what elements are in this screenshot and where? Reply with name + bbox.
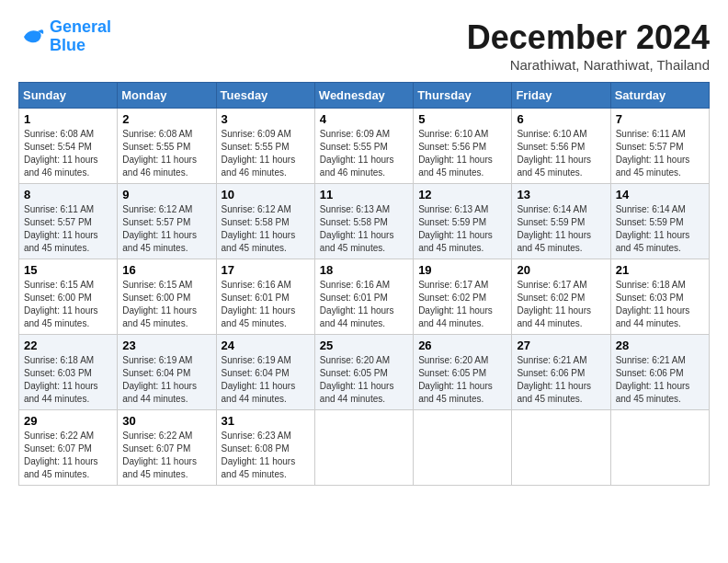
day-cell-23: 23 Sunrise: 6:19 AM Sunset: 6:04 PM Dayl… xyxy=(118,335,216,410)
week-row-4: 22 Sunrise: 6:18 AM Sunset: 6:03 PM Dayl… xyxy=(19,335,710,410)
day-number: 6 xyxy=(517,112,605,126)
day-info: Sunrise: 6:20 AM Sunset: 6:05 PM Dayligh… xyxy=(418,354,506,406)
day-info: Sunrise: 6:19 AM Sunset: 6:04 PM Dayligh… xyxy=(222,354,310,406)
day-info: Sunrise: 6:18 AM Sunset: 6:03 PM Dayligh… xyxy=(616,279,704,330)
day-cell-2: 2 Sunrise: 6:08 AM Sunset: 5:55 PM Dayli… xyxy=(118,109,216,184)
month-title: December 2024 xyxy=(467,18,710,57)
day-info: Sunrise: 6:21 AM Sunset: 6:06 PM Dayligh… xyxy=(517,354,605,406)
day-cell-3: 3 Sunrise: 6:09 AM Sunset: 5:55 PM Dayli… xyxy=(216,109,314,184)
day-cell-9: 9 Sunrise: 6:12 AM Sunset: 5:57 PM Dayli… xyxy=(118,184,216,259)
day-cell-11: 11 Sunrise: 6:13 AM Sunset: 5:58 PM Dayl… xyxy=(314,184,413,259)
day-cell-26: 26 Sunrise: 6:20 AM Sunset: 6:05 PM Dayl… xyxy=(414,335,512,410)
header-monday: Monday xyxy=(118,83,216,109)
day-info: Sunrise: 6:22 AM Sunset: 6:07 PM Dayligh… xyxy=(24,430,112,481)
day-cell-21: 21 Sunrise: 6:18 AM Sunset: 6:03 PM Dayl… xyxy=(610,259,709,335)
week-row-5: 29 Sunrise: 6:22 AM Sunset: 6:07 PM Dayl… xyxy=(19,410,710,486)
day-cell-14: 14 Sunrise: 6:14 AM Sunset: 5:59 PM Dayl… xyxy=(610,184,709,259)
day-info: Sunrise: 6:10 AM Sunset: 5:56 PM Dayligh… xyxy=(517,128,605,179)
day-info: Sunrise: 6:15 AM Sunset: 6:00 PM Dayligh… xyxy=(122,279,210,330)
day-info: Sunrise: 6:19 AM Sunset: 6:04 PM Dayligh… xyxy=(122,354,210,406)
day-number: 15 xyxy=(24,263,112,277)
day-cell-5: 5 Sunrise: 6:10 AM Sunset: 5:56 PM Dayli… xyxy=(414,109,512,184)
day-number: 28 xyxy=(616,339,704,352)
day-cell-29: 29 Sunrise: 6:22 AM Sunset: 6:07 PM Dayl… xyxy=(19,410,118,486)
day-cell-10: 10 Sunrise: 6:12 AM Sunset: 5:58 PM Dayl… xyxy=(216,184,314,259)
day-info: Sunrise: 6:22 AM Sunset: 6:07 PM Dayligh… xyxy=(122,430,210,481)
day-info: Sunrise: 6:16 AM Sunset: 6:01 PM Dayligh… xyxy=(222,279,310,330)
day-info: Sunrise: 6:20 AM Sunset: 6:05 PM Dayligh… xyxy=(320,354,408,406)
day-info: Sunrise: 6:11 AM Sunset: 5:57 PM Dayligh… xyxy=(616,128,704,179)
header: General Blue December 2024 Narathiwat, N… xyxy=(18,18,710,73)
day-info: Sunrise: 6:12 AM Sunset: 5:57 PM Dayligh… xyxy=(122,203,210,255)
week-row-2: 8 Sunrise: 6:11 AM Sunset: 5:57 PM Dayli… xyxy=(19,184,710,259)
day-info: Sunrise: 6:17 AM Sunset: 6:02 PM Dayligh… xyxy=(517,279,605,330)
empty-cell xyxy=(314,410,413,486)
day-number: 2 xyxy=(122,112,210,126)
header-wednesday: Wednesday xyxy=(314,83,413,109)
day-cell-27: 27 Sunrise: 6:21 AM Sunset: 6:06 PM Dayl… xyxy=(512,335,610,410)
day-info: Sunrise: 6:14 AM Sunset: 5:59 PM Dayligh… xyxy=(616,203,704,255)
day-info: Sunrise: 6:14 AM Sunset: 5:59 PM Dayligh… xyxy=(517,203,605,255)
day-cell-4: 4 Sunrise: 6:09 AM Sunset: 5:55 PM Dayli… xyxy=(314,109,413,184)
day-info: Sunrise: 6:13 AM Sunset: 5:58 PM Dayligh… xyxy=(320,203,408,255)
day-number: 14 xyxy=(616,188,704,201)
day-cell-28: 28 Sunrise: 6:21 AM Sunset: 6:06 PM Dayl… xyxy=(610,335,709,410)
day-number: 8 xyxy=(24,188,112,201)
day-number: 3 xyxy=(222,112,310,126)
logo-subtext: Blue xyxy=(50,37,111,55)
day-number: 21 xyxy=(616,263,704,277)
day-number: 27 xyxy=(517,339,605,352)
day-number: 5 xyxy=(418,112,506,126)
day-number: 10 xyxy=(222,188,310,201)
day-cell-12: 12 Sunrise: 6:13 AM Sunset: 5:59 PM Dayl… xyxy=(414,184,512,259)
day-cell-15: 15 Sunrise: 6:15 AM Sunset: 6:00 PM Dayl… xyxy=(19,259,118,335)
empty-cell xyxy=(610,410,709,486)
day-info: Sunrise: 6:11 AM Sunset: 5:57 PM Dayligh… xyxy=(24,203,112,255)
day-info: Sunrise: 6:23 AM Sunset: 6:08 PM Dayligh… xyxy=(222,430,310,481)
day-number: 30 xyxy=(122,414,210,428)
day-info: Sunrise: 6:08 AM Sunset: 5:55 PM Dayligh… xyxy=(122,128,210,179)
location-title: Narathiwat, Narathiwat, Thailand xyxy=(467,57,710,73)
day-number: 25 xyxy=(320,339,408,352)
day-number: 22 xyxy=(24,339,112,352)
day-cell-24: 24 Sunrise: 6:19 AM Sunset: 6:04 PM Dayl… xyxy=(216,335,314,410)
day-cell-31: 31 Sunrise: 6:23 AM Sunset: 6:08 PM Dayl… xyxy=(216,410,314,486)
title-area: December 2024 Narathiwat, Narathiwat, Th… xyxy=(467,18,710,73)
logo: General Blue xyxy=(18,18,111,55)
day-number: 23 xyxy=(122,339,210,352)
day-cell-16: 16 Sunrise: 6:15 AM Sunset: 6:00 PM Dayl… xyxy=(118,259,216,335)
day-cell-22: 22 Sunrise: 6:18 AM Sunset: 6:03 PM Dayl… xyxy=(19,335,118,410)
day-number: 24 xyxy=(222,339,310,352)
day-number: 26 xyxy=(418,339,506,352)
day-info: Sunrise: 6:08 AM Sunset: 5:54 PM Dayligh… xyxy=(24,128,112,179)
header-tuesday: Tuesday xyxy=(216,83,314,109)
day-cell-19: 19 Sunrise: 6:17 AM Sunset: 6:02 PM Dayl… xyxy=(414,259,512,335)
day-number: 13 xyxy=(517,188,605,201)
logo-text: General xyxy=(50,18,111,37)
day-cell-7: 7 Sunrise: 6:11 AM Sunset: 5:57 PM Dayli… xyxy=(610,109,709,184)
day-number: 16 xyxy=(122,263,210,277)
day-info: Sunrise: 6:12 AM Sunset: 5:58 PM Dayligh… xyxy=(222,203,310,255)
week-row-3: 15 Sunrise: 6:15 AM Sunset: 6:00 PM Dayl… xyxy=(19,259,710,335)
day-info: Sunrise: 6:15 AM Sunset: 6:00 PM Dayligh… xyxy=(24,279,112,330)
day-info: Sunrise: 6:09 AM Sunset: 5:55 PM Dayligh… xyxy=(222,128,310,179)
day-info: Sunrise: 6:21 AM Sunset: 6:06 PM Dayligh… xyxy=(616,354,704,406)
empty-cell xyxy=(414,410,512,486)
day-info: Sunrise: 6:17 AM Sunset: 6:02 PM Dayligh… xyxy=(418,279,506,330)
header-friday: Friday xyxy=(512,83,610,109)
header-thursday: Thursday xyxy=(414,83,512,109)
header-saturday: Saturday xyxy=(610,83,709,109)
day-number: 11 xyxy=(320,188,408,201)
day-info: Sunrise: 6:13 AM Sunset: 5:59 PM Dayligh… xyxy=(418,203,506,255)
day-info: Sunrise: 6:10 AM Sunset: 5:56 PM Dayligh… xyxy=(418,128,506,179)
day-cell-30: 30 Sunrise: 6:22 AM Sunset: 6:07 PM Dayl… xyxy=(118,410,216,486)
day-number: 17 xyxy=(222,263,310,277)
day-info: Sunrise: 6:09 AM Sunset: 5:55 PM Dayligh… xyxy=(320,128,408,179)
day-cell-17: 17 Sunrise: 6:16 AM Sunset: 6:01 PM Dayl… xyxy=(216,259,314,335)
empty-cell xyxy=(512,410,610,486)
day-number: 4 xyxy=(320,112,408,126)
day-cell-20: 20 Sunrise: 6:17 AM Sunset: 6:02 PM Dayl… xyxy=(512,259,610,335)
day-number: 18 xyxy=(320,263,408,277)
calendar: Sunday Monday Tuesday Wednesday Thursday… xyxy=(18,82,710,486)
day-info: Sunrise: 6:16 AM Sunset: 6:01 PM Dayligh… xyxy=(320,279,408,330)
